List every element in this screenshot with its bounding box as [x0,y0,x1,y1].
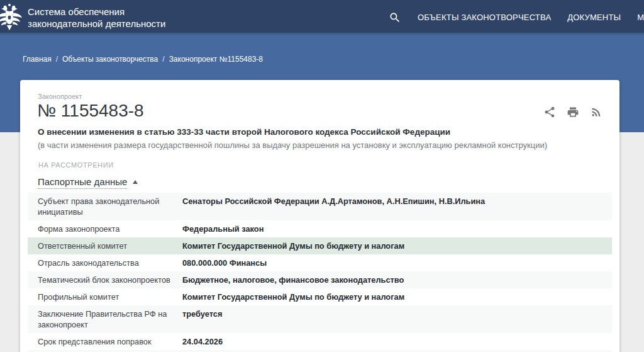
bill-number: № 1155483-8 [37,101,619,120]
row-label: Отрасль законодательства [28,258,182,268]
row-label: Профильный комитет [28,292,182,302]
row-value: 080.000.000 Финансы [182,258,612,268]
row-label: Субъект права законодательной инициативы [28,196,182,217]
table-row-profile-committee[interactable]: Профильный комитет Комитет Государственн… [28,288,612,305]
search-icon[interactable] [389,11,401,24]
share-icon[interactable] [543,106,556,118]
table-row-thematic-block[interactable]: Тематический блок законопроектов Бюджетн… [28,271,612,288]
breadcrumb: Главная / Объекты законотворчества / Зак… [23,55,263,64]
top-header: Система обеспечения законодательной деят… [0,0,644,35]
home-logo-link[interactable]: Система обеспечения законодательной деят… [0,0,180,35]
row-label: Тематический блок законопроектов [28,275,182,285]
rss-icon[interactable] [590,106,602,118]
bill-card: Законопроект № 1155483-8 О внесении изме… [20,80,619,352]
card-actions [543,106,602,118]
row-value: требуется [182,309,612,330]
main-nav: ОБЪЕКТЫ ЗАКОНОТВОРЧЕСТВА ДОКУМЕНТЫ МЕРОП… [389,0,644,35]
passport-table: Субъект права законодательной инициативы… [28,193,612,352]
row-value: Бюджетное, налоговое, финансовое законод… [182,275,612,285]
breadcrumb-separator: / [56,55,58,64]
passport-data-toggle[interactable]: Паспортные данные [38,176,138,189]
print-icon[interactable] [567,106,579,118]
table-row-amendments-deadline[interactable]: Срок представления поправок 24.04.2026 [28,333,612,350]
row-label: Форма законопроекта [28,224,182,234]
table-row-initiative-subject[interactable]: Субъект права законодательной инициативы… [28,193,612,220]
table-row-government-conclusion[interactable]: Заключение Правительства РФ на законопро… [28,305,612,333]
bill-type-label: Законопроект [38,93,619,100]
row-label: Срок представления поправок [28,336,182,347]
coat-of-arms-eagle-icon [0,3,23,32]
page: Система обеспечения законодательной деят… [0,0,644,352]
row-value: Сенаторы Российской Федерации А.Д.Артамо… [182,196,612,217]
nav-item-events[interactable]: МЕРОПРИЯТИЯ [637,13,644,22]
breadcrumb-home[interactable]: Главная [23,55,52,64]
nav-item-lawmaking-objects[interactable]: ОБЪЕКТЫ ЗАКОНОТВОРЧЕСТВА [418,13,551,22]
bill-subtitle: (в части изменения размера государственн… [38,140,602,151]
bill-status-badge: НА РАССМОТРЕНИИ [38,161,619,169]
breadcrumb-lawmaking-objects[interactable]: Объекты законотворчества [62,55,158,64]
breadcrumb-separator: / [162,55,164,64]
row-value: Комитет Государственной Думы по бюджету … [182,292,612,302]
system-title: Система обеспечения законодательной деят… [28,6,180,30]
row-value: Федеральный закон [182,224,612,234]
table-row-legislation-branch[interactable]: Отрасль законодательства 080.000.000 Фин… [28,254,612,271]
bill-title: О внесении изменения в статью 333-33 час… [38,127,602,138]
breadcrumb-current-bill: Законопроект №1155483-8 [169,55,263,64]
table-row-responsible-committee[interactable]: Ответственный комитет Комитет Государств… [28,237,612,254]
passport-data-toggle-label: Паспортные данные [38,176,127,189]
table-row-bill-form[interactable]: Форма законопроекта Федеральный закон [28,220,612,237]
nav-item-documents[interactable]: ДОКУМЕНТЫ [567,13,621,22]
chevron-up-icon [133,180,138,184]
row-label: Заключение Правительства РФ на законопро… [28,309,182,330]
row-label: Ответственный комитет [28,241,182,251]
row-value: Комитет Государственной Думы по бюджету … [182,241,612,251]
row-value: 24.04.2026 [182,336,612,347]
